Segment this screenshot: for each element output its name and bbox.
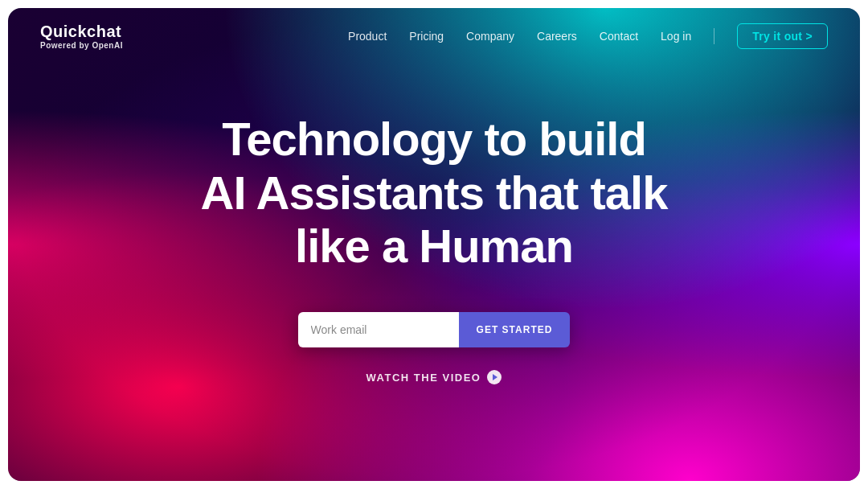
- get-started-button[interactable]: GET STARTED: [459, 312, 571, 347]
- hero-title-line2: AI Assistants that talk: [201, 166, 668, 219]
- nav-company[interactable]: Company: [466, 30, 514, 43]
- brand-logo[interactable]: Quickchat Powered by OpenAI: [40, 23, 123, 50]
- hero-title-line1: Technology to build: [222, 113, 646, 165]
- nav-links: Product Pricing Company Careers Contact …: [348, 23, 828, 49]
- email-input[interactable]: [298, 312, 459, 347]
- nav-product[interactable]: Product: [348, 30, 387, 43]
- nav-divider: [714, 28, 714, 44]
- page-wrapper: Quickchat Powered by OpenAI Product Pric…: [8, 8, 860, 481]
- brand-subtitle: Powered by OpenAI: [40, 41, 123, 50]
- nav-pricing[interactable]: Pricing: [409, 30, 444, 43]
- nav-careers[interactable]: Careers: [537, 30, 577, 43]
- try-it-out-button[interactable]: Try it out >: [737, 23, 828, 49]
- play-icon: [487, 370, 502, 384]
- navbar: Quickchat Powered by OpenAI Product Pric…: [8, 8, 860, 64]
- cta-form: GET STARTED: [298, 312, 571, 347]
- watch-video-button[interactable]: WATCH THE VIDEO: [366, 370, 502, 384]
- hero-title-line3: like a Human: [295, 220, 573, 272]
- nav-contact[interactable]: Contact: [600, 30, 638, 43]
- nav-login[interactable]: Log in: [661, 30, 691, 43]
- watch-video-label: WATCH THE VIDEO: [366, 372, 481, 384]
- hero-title: Technology to build AI Assistants that t…: [201, 113, 668, 273]
- hero-content: Technology to build AI Assistants that t…: [8, 113, 860, 384]
- brand-name: Quickchat: [40, 23, 123, 41]
